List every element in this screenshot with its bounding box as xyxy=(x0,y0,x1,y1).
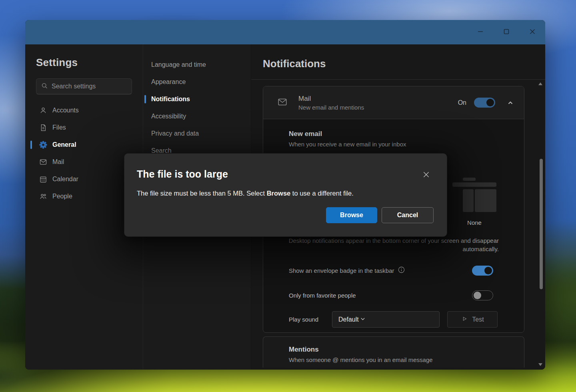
dialog-body: The file size must be less than 5 MB. Se… xyxy=(137,190,354,197)
close-button[interactable] xyxy=(519,20,545,44)
sidebar-item-accounts[interactable]: Accounts xyxy=(25,102,143,119)
envelope-badge-toggle[interactable] xyxy=(472,266,493,276)
nav-item-label: Language and time xyxy=(151,61,206,68)
desktop: Settings Accounts Files xyxy=(0,0,576,392)
mentions-subtitle: When someone @ mentions you in an email … xyxy=(289,356,524,363)
minimize-button[interactable] xyxy=(467,20,493,44)
sidebar-item-label: General xyxy=(52,141,76,148)
dialog-body-bold: Browse xyxy=(267,190,291,197)
nav-item-label: Accessibility xyxy=(151,113,186,120)
settings-title: Settings xyxy=(36,56,143,69)
gear-icon xyxy=(39,140,48,149)
play-sound-label: Play sound xyxy=(289,316,332,323)
nav-item-privacy-and-data[interactable]: Privacy and data xyxy=(143,125,251,142)
scrollbar-up-arrow[interactable] xyxy=(538,82,542,85)
toggle-knob xyxy=(474,292,481,299)
nav-item-label: Appearance xyxy=(151,78,186,86)
sound-dropdown[interactable]: Default xyxy=(332,311,440,328)
play-icon xyxy=(461,315,468,324)
cancel-button[interactable]: Cancel xyxy=(382,207,434,223)
test-sound-button[interactable]: Test xyxy=(447,311,498,328)
thumbnail-bar-shape xyxy=(452,182,496,187)
maximize-button[interactable] xyxy=(493,20,519,44)
desktop-notifications-description: Desktop notifications appear in the bott… xyxy=(283,236,499,253)
sidebar-item-label: Accounts xyxy=(52,107,79,114)
calendar-icon xyxy=(39,175,48,184)
notification-style-none-thumbnail[interactable] xyxy=(452,178,496,213)
titlebar[interactable] xyxy=(25,20,545,44)
envelope-icon xyxy=(39,158,48,166)
mail-card-title: Mail xyxy=(298,95,364,103)
envelope-badge-row: Show an envelope badge in the taskbar xyxy=(289,264,493,276)
mentions-card[interactable]: Mentions When someone @ mentions you in … xyxy=(263,336,524,368)
browse-button[interactable]: Browse xyxy=(326,207,377,223)
notification-style-none-label: None xyxy=(446,219,502,226)
sidebar-item-label: Calendar xyxy=(52,176,78,183)
mail-card-controls: On xyxy=(458,98,515,108)
mail-card-titles: Mail New email and mentions xyxy=(298,95,364,111)
scrollbar-down-arrow[interactable] xyxy=(538,363,542,366)
play-sound-row: Play sound Default Test xyxy=(289,311,498,328)
scrollbar-thumb[interactable] xyxy=(540,159,543,289)
mentions-title: Mentions xyxy=(289,346,524,354)
document-icon xyxy=(39,123,48,132)
dialog-title: The file is too large xyxy=(137,168,228,180)
envelope-icon xyxy=(277,97,288,109)
dialog-close-button[interactable] xyxy=(422,170,430,180)
thumbnail-right-panel-shape xyxy=(475,189,496,212)
search-icon xyxy=(41,82,48,91)
dialog-buttons: Browse Cancel xyxy=(326,207,434,223)
close-icon xyxy=(528,27,537,38)
maximize-icon xyxy=(502,27,511,38)
mail-card-header[interactable]: Mail New email and mentions On xyxy=(263,86,524,119)
sidebar-item-label: People xyxy=(52,193,72,200)
sidebar-item-files[interactable]: Files xyxy=(25,119,143,136)
new-email-title: New email xyxy=(289,130,322,138)
envelope-badge-label-text: Show an envelope badge in the taskbar xyxy=(289,267,394,274)
new-email-subtitle: When you receive a new email in your inb… xyxy=(289,141,406,148)
people-icon xyxy=(39,192,48,201)
nav-item-label: Notifications xyxy=(151,96,190,103)
toggle-knob xyxy=(484,267,492,274)
sidebar-item-general[interactable]: General xyxy=(25,136,143,153)
nav-item-notifications[interactable]: Notifications xyxy=(143,90,251,108)
toggle-knob xyxy=(486,99,494,106)
nav-item-label: Privacy and data xyxy=(151,130,199,137)
close-icon xyxy=(422,170,430,180)
dialog-body-suffix: to use a different file. xyxy=(290,190,353,197)
sound-dropdown-value: Default xyxy=(338,316,359,323)
sidebar-item-label: Files xyxy=(52,124,66,131)
nav-item-language-and-time[interactable]: Language and time xyxy=(143,56,251,73)
thumbnail-tab-shape xyxy=(463,178,476,181)
mail-card-subtitle: New email and mentions xyxy=(298,104,364,111)
favorite-people-toggle[interactable] xyxy=(472,290,493,300)
chevron-up-icon[interactable] xyxy=(506,98,515,108)
nav-item-accessibility[interactable]: Accessibility xyxy=(143,108,251,125)
favorite-people-row: Only from favorite people xyxy=(289,289,493,301)
envelope-badge-label: Show an envelope badge in the taskbar xyxy=(289,266,405,275)
page-title: Notifications xyxy=(263,58,326,70)
chevron-down-icon xyxy=(359,315,367,324)
favorite-people-label: Only from favorite people xyxy=(289,292,356,299)
mail-notifications-toggle[interactable] xyxy=(474,98,495,108)
header-divider xyxy=(251,79,545,80)
info-icon[interactable] xyxy=(398,266,405,275)
test-button-label: Test xyxy=(472,316,484,323)
settings-window: Settings Accounts Files xyxy=(25,20,545,370)
search-settings-box[interactable] xyxy=(36,78,132,94)
thumbnail-left-panel-shape xyxy=(463,189,474,212)
file-too-large-dialog: The file is too large The file size must… xyxy=(124,153,447,237)
minimize-icon xyxy=(476,27,485,38)
nav-item-appearance[interactable]: Appearance xyxy=(143,73,251,90)
dialog-body-prefix: The file size must be less than 5 MB. Se… xyxy=(137,190,267,197)
person-icon xyxy=(39,106,48,115)
search-input[interactable] xyxy=(52,83,127,90)
sidebar-item-label: Mail xyxy=(52,158,64,166)
toggle-state-label: On xyxy=(458,99,466,106)
